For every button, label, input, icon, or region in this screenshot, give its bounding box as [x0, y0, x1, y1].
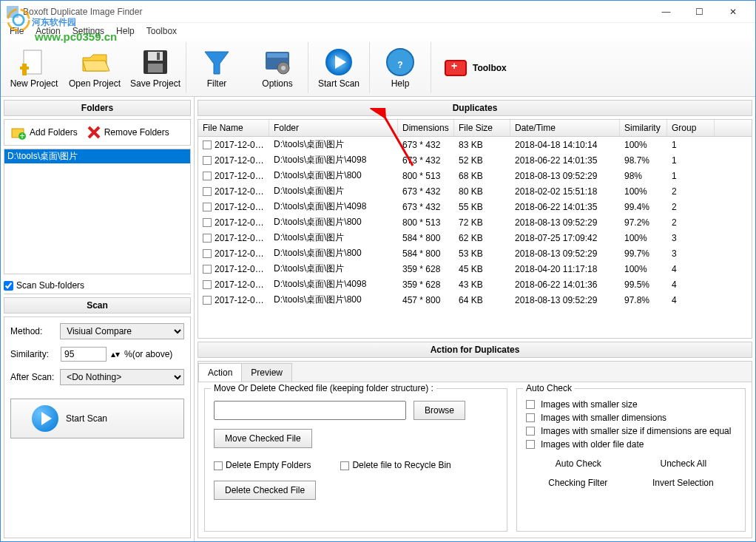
svg-rect-5 — [148, 64, 163, 72]
table-row[interactable]: 2017-12-01_...D:\tools\桌面\图片673 * 43283 … — [198, 137, 752, 152]
remove-folder-icon — [87, 125, 101, 140]
duplicates-title: Duplicates — [198, 100, 752, 116]
add-folders-button[interactable]: + Add Folders — [10, 124, 78, 140]
svg-text:+: + — [19, 131, 24, 140]
svg-rect-6 — [157, 52, 160, 60]
svg-text:?: ? — [397, 60, 402, 70]
move-group-legend: Move Or Delete Checked file (keeping fol… — [211, 383, 436, 393]
table-row[interactable]: 2017-12-01_...D:\tools\桌面\图片359 * 62845 … — [198, 261, 752, 277]
table-row[interactable]: 2017-12-01_...D:\tools\桌面\图片\4098359 * 6… — [198, 277, 752, 292]
open-project-label: Open Project — [69, 78, 121, 89]
auto-check-link[interactable]: Auto Check — [556, 458, 601, 469]
after-scan-select[interactable]: <Do Nothing> — [60, 369, 184, 385]
app-icon — [7, 6, 18, 18]
checking-filter-link[interactable]: Checking Filter — [548, 478, 607, 488]
options-button[interactable]: Options — [247, 42, 308, 93]
table-row[interactable]: 2017-12-01_...D:\tools\桌面\图片\800457 * 80… — [198, 292, 752, 308]
row-checkbox[interactable] — [203, 265, 212, 274]
row-checkbox[interactable] — [203, 156, 212, 165]
filter-button[interactable]: Filter — [186, 42, 247, 93]
browse-button[interactable]: Browse — [414, 401, 465, 420]
auto-check-legend: Auto Check — [523, 383, 575, 393]
minimize-button[interactable]: — — [649, 1, 683, 22]
method-select[interactable]: Visiual Compare — [60, 323, 184, 339]
menu-settings[interactable]: Settings — [68, 24, 109, 38]
auto-smaller-dim-label: Images with smaller dimensions — [541, 413, 666, 423]
svg-rect-8 — [267, 53, 288, 58]
auto-equal-label: Images with smaller size if dimensions a… — [541, 426, 731, 436]
auto-equal-checkbox[interactable] — [526, 427, 535, 436]
col-file-name[interactable]: File Name — [198, 120, 269, 136]
help-button[interactable]: ? Help — [370, 42, 431, 93]
row-checkbox[interactable] — [203, 140, 212, 149]
invert-selection-link[interactable]: Invert Selection — [652, 478, 714, 488]
col-file-size[interactable]: File Size — [454, 120, 510, 136]
title-bar: Boxoft Duplicate Image Finder — ☐ ✕ — [1, 1, 755, 23]
row-checkbox[interactable] — [203, 187, 212, 196]
folder-item-selected[interactable]: D:\tools\桌面\图片 — [4, 149, 190, 163]
row-checkbox[interactable] — [203, 249, 212, 258]
similarity-suffix: %(or above) — [124, 349, 172, 359]
remove-folders-button[interactable]: Remove Folders — [87, 125, 169, 140]
row-checkbox[interactable] — [203, 172, 212, 180]
row-checkbox[interactable] — [203, 218, 212, 227]
row-checkbox[interactable] — [203, 234, 212, 243]
toolbox-button[interactable]: Toolbox — [431, 60, 520, 76]
auto-smaller-dim-checkbox[interactable] — [526, 413, 535, 422]
toolbox-icon — [445, 60, 467, 76]
row-checkbox[interactable] — [203, 203, 212, 211]
tab-action[interactable]: Action — [198, 363, 242, 382]
svg-point-10 — [281, 66, 286, 70]
new-project-icon — [19, 47, 49, 77]
menu-help[interactable]: Help — [112, 24, 139, 38]
delete-empty-label: Delete Empty Folders — [226, 460, 311, 470]
row-checkbox[interactable] — [203, 280, 212, 289]
save-icon — [141, 47, 170, 77]
delete-checked-button[interactable]: Delete Checked File — [214, 481, 316, 500]
start-scan-toolbar-button[interactable]: Start Scan — [308, 42, 369, 93]
scan-subfolders-checkbox[interactable] — [4, 281, 13, 291]
move-path-input[interactable] — [214, 401, 406, 420]
menu-file[interactable]: File — [5, 24, 28, 38]
menu-action[interactable]: Action — [31, 24, 64, 38]
table-row[interactable]: 2017-12-01_...D:\tools\桌面\图片\800800 * 51… — [198, 214, 752, 230]
start-scan-label: Start Scan — [66, 413, 107, 424]
folder-list[interactable]: D:\tools\桌面\图片 — [4, 149, 191, 274]
table-header: File Name Folder Dimensions File Size Da… — [198, 120, 752, 137]
action-panel: Action Preview Move Or Delete Checked fi… — [198, 361, 752, 538]
start-scan-play-icon — [32, 405, 58, 432]
col-group[interactable]: Group — [667, 120, 715, 136]
row-checkbox[interactable] — [203, 296, 212, 305]
similarity-input[interactable] — [61, 347, 107, 362]
start-scan-button[interactable]: Start Scan — [10, 399, 184, 438]
table-row[interactable]: 2017-12-01_...D:\tools\桌面\图片673 * 43280 … — [198, 183, 752, 199]
method-label: Method: — [10, 326, 55, 336]
maximize-button[interactable]: ☐ — [683, 1, 716, 22]
table-row[interactable]: 2017-12-01_...D:\tools\桌面\图片\800584 * 80… — [198, 245, 752, 261]
table-row[interactable]: 2017-12-01_...D:\tools\桌面\图片\4098673 * 4… — [198, 152, 752, 168]
auto-smaller-size-checkbox[interactable] — [526, 400, 535, 409]
scan-title: Scan — [4, 297, 191, 314]
save-project-button[interactable]: Save Project — [125, 42, 186, 93]
uncheck-all-link[interactable]: Uncheck All — [660, 458, 706, 469]
col-similarity[interactable]: Similarity — [620, 120, 667, 136]
move-checked-button[interactable]: Move Checked File — [214, 429, 312, 448]
delete-empty-checkbox[interactable] — [214, 461, 223, 470]
auto-older-checkbox[interactable] — [526, 440, 535, 449]
tab-preview[interactable]: Preview — [241, 363, 292, 382]
table-row[interactable]: 2017-12-01_...D:\tools\桌面\图片584 * 80062 … — [198, 230, 752, 245]
menu-toolbox[interactable]: Toolbox — [142, 24, 181, 38]
col-folder[interactable]: Folder — [269, 120, 398, 136]
close-button[interactable]: ✕ — [716, 1, 749, 22]
col-date-time[interactable]: Date/Time — [510, 120, 620, 136]
recycle-checkbox[interactable] — [340, 461, 349, 470]
remove-folders-label: Remove Folders — [104, 127, 169, 138]
new-project-button[interactable]: New Project — [4, 42, 64, 93]
open-project-button[interactable]: Open Project — [64, 42, 125, 93]
play-icon — [324, 47, 354, 77]
table-row[interactable]: 2017-12-01_...D:\tools\桌面\图片\800800 * 51… — [198, 168, 752, 183]
filter-icon — [202, 47, 232, 77]
add-folders-label: Add Folders — [30, 127, 78, 138]
table-row[interactable]: 2017-12-01_...D:\tools\桌面\图片\4098673 * 4… — [198, 199, 752, 214]
col-dimensions[interactable]: Dimensions — [398, 120, 454, 136]
